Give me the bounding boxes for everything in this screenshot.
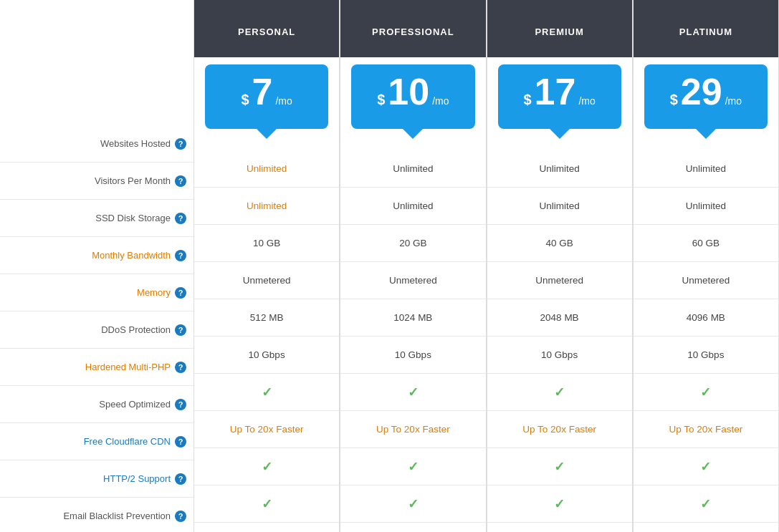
- plan-cell-professional-feature-0: Unlimited: [340, 150, 485, 188]
- feature-label-row: Monthly Bandwidth ?: [0, 237, 193, 274]
- cell-value: Unmetered: [243, 275, 291, 286]
- checkmark-icon: ✓: [408, 385, 419, 400]
- plan-cell-platinum-feature-0: Unlimited: [634, 150, 778, 188]
- feature-label: Free Cloudflare CDN: [84, 436, 171, 447]
- plan-cell-personal-feature-1: Unlimited: [194, 188, 339, 225]
- plan-cell-premium-feature-6: ✓: [487, 374, 632, 411]
- feature-label: Email Blacklist Prevention: [63, 511, 171, 521]
- cell-value: Up To 20x Faster: [522, 424, 596, 435]
- plan-cell-personal-feature-3: Unmetered: [194, 262, 339, 299]
- price-amount: 29: [681, 73, 722, 110]
- cell-value: Unlimited: [539, 163, 579, 174]
- plan-cell-personal-feature-6: ✓: [194, 374, 339, 411]
- cell-value: 10 Gbps: [395, 349, 431, 360]
- checkmark-icon: ✓: [262, 459, 272, 475]
- cell-value: Unmetered: [682, 275, 730, 286]
- plan-cell-platinum-feature-6: ✓: [634, 374, 778, 411]
- plan-header-personal: PERSONAL: [194, 0, 339, 57]
- price-period: /mo: [432, 95, 449, 107]
- feature-label-row: SSD Disk Storage ?: [0, 200, 193, 237]
- plan-header-platinum: PLATINUM: [634, 0, 778, 57]
- cell-value: 10 Gbps: [687, 349, 724, 360]
- feature-label: Hardened Multi-PHP: [85, 362, 171, 372]
- plan-cell-professional-feature-1: Unlimited: [340, 188, 485, 225]
- feature-label-row: Speed Optimized ?: [0, 386, 193, 423]
- cell-value: Unlimited: [686, 163, 726, 174]
- question-icon[interactable]: ?: [175, 511, 186, 522]
- cell-value: 1024 MB: [393, 312, 432, 323]
- plan-cell-personal-feature-0: Unlimited: [194, 150, 339, 188]
- cell-value: Unlimited: [247, 200, 287, 211]
- checkmark-icon: ✓: [408, 496, 419, 512]
- price-period: /mo: [275, 95, 292, 107]
- plan-cell-premium-feature-2: 40 GB: [487, 225, 632, 262]
- plan-cell-platinum-feature-8: ✓: [634, 448, 778, 485]
- price-dollar: $: [377, 92, 385, 108]
- question-icon[interactable]: ?: [175, 473, 186, 485]
- feature-label: Websites Hosted: [100, 138, 171, 149]
- plan-cell-professional-feature-9: ✓: [340, 485, 485, 523]
- feature-label: Monthly Bandwidth: [92, 250, 171, 261]
- feature-label-row: HTTP/2 Support ?: [0, 460, 193, 498]
- question-icon[interactable]: ?: [175, 250, 186, 261]
- features-column: Websites Hosted ? Visitors Per Month ? S…: [0, 0, 193, 532]
- checkmark-icon: ✓: [554, 459, 565, 475]
- question-icon[interactable]: ?: [175, 287, 186, 299]
- plan-cell-personal-feature-9: ✓: [194, 485, 339, 523]
- price-bubble-premium[interactable]: $ 17 /mo: [498, 64, 621, 129]
- plan-cell-premium-feature-8: ✓: [487, 448, 632, 485]
- cell-value: 10 Gbps: [541, 349, 578, 360]
- question-icon[interactable]: ?: [175, 436, 186, 448]
- feature-label: Memory: [137, 287, 171, 298]
- question-icon[interactable]: ?: [175, 213, 186, 224]
- price-dollar: $: [670, 92, 678, 108]
- cell-value: Unmetered: [389, 275, 437, 286]
- cell-value: Unlimited: [393, 200, 433, 211]
- cell-value: 10 Gbps: [249, 349, 285, 360]
- plan-cell-premium-feature-0: Unlimited: [487, 150, 632, 188]
- price-dollar: $: [523, 92, 531, 108]
- price-bubble-professional[interactable]: $ 10 /mo: [351, 64, 474, 129]
- plan-col-platinum: PLATINUM $ 29 /mo UnlimitedUnlimited60 G…: [633, 0, 779, 532]
- checkmark-icon: ✓: [700, 496, 711, 512]
- cell-value: 60 GB: [692, 238, 720, 248]
- price-bubble-personal[interactable]: $ 7 /mo: [205, 64, 328, 129]
- price-bubble-platinum[interactable]: $ 29 /mo: [644, 64, 768, 129]
- price-line: $ 29 /mo: [651, 73, 760, 110]
- cell-value: 10 GB: [253, 238, 280, 248]
- plan-cell-platinum-feature-7: Up To 20x Faster: [634, 411, 778, 448]
- feature-label-row: Email Blacklist Prevention ?: [0, 498, 193, 532]
- cell-value: Unlimited: [393, 163, 433, 174]
- question-icon[interactable]: ?: [175, 324, 186, 336]
- plan-cell-premium-feature-9: ✓: [487, 485, 632, 523]
- feature-label: SSD Disk Storage: [95, 213, 171, 223]
- plan-cell-personal-feature-7: Up To 20x Faster: [194, 411, 339, 448]
- plan-cell-platinum-feature-1: Unlimited: [634, 188, 778, 225]
- cell-value: Unlimited: [539, 200, 579, 211]
- price-amount: 17: [535, 73, 576, 110]
- feature-label-row: Hardened Multi-PHP ?: [0, 349, 193, 386]
- plan-name: PREMIUM: [535, 26, 583, 37]
- price-bubble-wrapper: $ 10 /mo: [340, 57, 485, 150]
- question-icon[interactable]: ?: [175, 175, 186, 187]
- question-icon[interactable]: ?: [175, 362, 186, 373]
- plan-name: PROFESSIONAL: [372, 26, 454, 37]
- checkmark-icon: ✓: [408, 459, 419, 475]
- feature-label-row: Memory ?: [0, 274, 193, 311]
- feature-label-row: DDoS Protection ?: [0, 311, 193, 349]
- plan-cell-professional-feature-3: Unmetered: [340, 262, 485, 299]
- plan-header-professional: PROFESSIONAL: [340, 0, 485, 57]
- plan-cell-premium-feature-1: Unlimited: [487, 188, 632, 225]
- question-icon[interactable]: ?: [175, 138, 186, 150]
- plan-cell-premium-feature-10: ✓: [487, 523, 632, 532]
- cell-value: 4096 MB: [687, 312, 725, 323]
- feature-label: HTTP/2 Support: [103, 473, 171, 484]
- plan-cell-professional-feature-2: 20 GB: [340, 225, 485, 262]
- question-icon[interactable]: ?: [175, 399, 186, 410]
- cell-value: Unlimited: [247, 163, 287, 174]
- plan-cell-personal-feature-10: ✓: [194, 523, 339, 532]
- checkmark-icon: ✓: [262, 385, 272, 400]
- price-line: $ 17 /mo: [505, 73, 614, 110]
- feature-label: DDoS Protection: [101, 324, 171, 335]
- plan-cell-platinum-feature-4: 4096 MB: [634, 299, 778, 337]
